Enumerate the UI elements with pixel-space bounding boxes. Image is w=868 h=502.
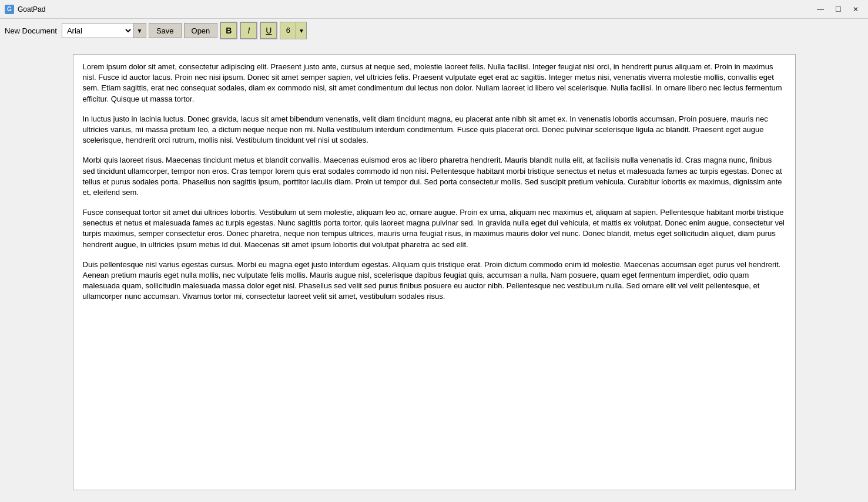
restore-button[interactable]: ☐	[830, 4, 846, 15]
font-size-dropdown-icon: ▼	[299, 28, 304, 34]
app-icon: G	[5, 5, 14, 14]
underline-button[interactable]: U	[260, 22, 277, 39]
open-button[interactable]: Open	[184, 23, 218, 38]
font-size-wrapper: 6 ▼	[280, 22, 307, 39]
save-button[interactable]: Save	[149, 23, 182, 38]
document-name-label: New Document	[5, 26, 57, 35]
title-bar-left: G GoatPad	[5, 5, 45, 14]
font-select[interactable]: Arial Times New Roman Courier New Verdan…	[62, 23, 133, 38]
font-select-wrapper: Arial Times New Roman Courier New Verdan…	[62, 23, 146, 38]
app-window: G GoatPad — ☐ ✕ New Document Arial Times…	[0, 0, 868, 502]
document-paragraph: In luctus justo in lacinia luctus. Donec…	[83, 114, 786, 146]
toolbar: New Document Arial Times New Roman Couri…	[0, 19, 868, 42]
document-paragraph: Lorem ipsum dolor sit amet, consectetur …	[83, 62, 786, 105]
content-area: Lorem ipsum dolor sit amet, consectetur …	[0, 42, 868, 502]
document-paragraph: Morbi quis laoreet risus. Maecenas tinci…	[83, 155, 786, 198]
font-dropdown-icon: ▼	[136, 28, 142, 34]
bold-button[interactable]: B	[220, 22, 237, 39]
title-bar: G GoatPad — ☐ ✕	[0, 0, 868, 19]
app-title: GoatPad	[18, 5, 45, 14]
document-box[interactable]: Lorem ipsum dolor sit amet, consectetur …	[73, 54, 796, 490]
font-size-dropdown-button[interactable]: ▼	[296, 22, 306, 39]
title-bar-controls: — ☐ ✕	[813, 4, 863, 15]
minimize-button[interactable]: —	[813, 4, 828, 15]
document-paragraph: Duis pellentesque nisl varius egestas cu…	[83, 260, 786, 302]
italic-button[interactable]: I	[240, 22, 257, 39]
document-paragraph: Fusce consequat tortor sit amet dui ultr…	[83, 207, 786, 250]
font-size-value: 6	[280, 22, 296, 39]
close-button[interactable]: ✕	[848, 4, 863, 15]
font-dropdown-button[interactable]: ▼	[133, 23, 146, 38]
